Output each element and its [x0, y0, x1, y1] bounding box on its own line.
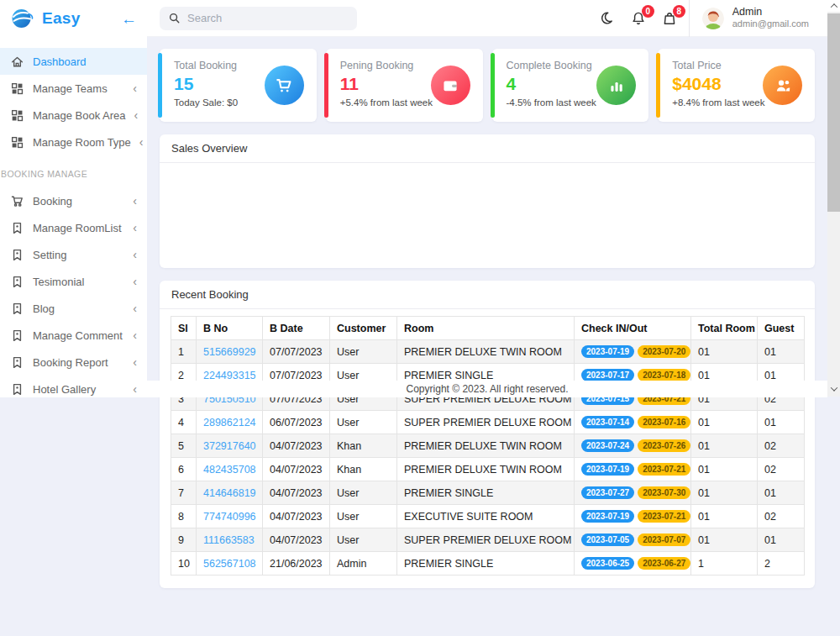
booking-number-link[interactable]: 372917640	[203, 440, 256, 452]
checkout-badge: 2023-07-16	[638, 416, 690, 428]
cell-sl: 10	[171, 552, 197, 576]
user-menu[interactable]: Admin admin@gmail.com	[701, 6, 809, 30]
cell-customer: User	[330, 481, 397, 505]
user-email: admin@gmail.com	[732, 18, 809, 30]
cell-bno: 289862124	[197, 411, 263, 434]
booking-number-link[interactable]: 224493315	[203, 370, 256, 381]
chevron-left-icon: ‹	[133, 81, 137, 95]
sidebar-item-booking-report[interactable]: Booking Report‹	[0, 349, 147, 376]
sidebar-item-dashboard[interactable]: Dashboard	[0, 48, 147, 75]
cell-total-room: 01	[691, 505, 758, 528]
scroll-down-button[interactable]	[827, 383, 840, 395]
cell-sl: 1	[171, 340, 197, 364]
sidebar-item-label: Manage Comment	[33, 329, 123, 342]
cell-customer: User	[330, 505, 397, 528]
checkout-badge: 2023-07-21	[638, 510, 690, 523]
cell-guest: 01	[758, 340, 805, 364]
dark-mode-button[interactable]	[600, 11, 615, 26]
scrollbar-thumb[interactable]	[827, 13, 840, 212]
cell-check-in-out: 2023-07-192023-07-20	[575, 340, 691, 364]
sidebar-item-manage-comment[interactable]: Manage Comment‹	[0, 322, 147, 349]
users-icon	[763, 66, 802, 105]
sidebar-item-blog[interactable]: Blog‹	[0, 295, 147, 322]
checkout-badge: 2023-07-20	[638, 345, 690, 358]
cell-bdate: 04/07/2023	[263, 505, 330, 528]
table-row: 537291764004/07/2023KhanPREMIER DELUXE T…	[171, 434, 805, 458]
sidebar-item-tesimonial[interactable]: Tesimonial‹	[0, 268, 147, 295]
topbar-icons: 0 8	[600, 11, 677, 26]
chevron-left-icon: ‹	[133, 194, 137, 208]
cell-bdate: 07/07/2023	[263, 340, 330, 364]
cell-check-in-out: 2023-07-242023-07-26	[575, 434, 691, 458]
cell-sl: 8	[171, 505, 197, 528]
stat-card-total-price: Total Price$4048+8.4% from last week	[658, 49, 815, 122]
notifications-button[interactable]: 0	[631, 11, 646, 26]
scroll-up-button[interactable]	[827, 0, 840, 12]
checkin-badge: 2023-07-17	[581, 369, 634, 381]
grid-icon	[10, 81, 24, 96]
cell-bno: 414646819	[197, 481, 263, 505]
recent-booking-panel: Recent Booking SlB NoB DateCustomerRoomC…	[160, 281, 815, 588]
search-input[interactable]	[187, 12, 349, 24]
table-header-row: SlB NoB DateCustomerRoomCheck IN/OutTota…	[171, 317, 805, 340]
booking-number-link[interactable]: 482435708	[203, 464, 256, 476]
cell-customer: Khan	[330, 458, 397, 481]
chevron-left-icon: ‹	[133, 329, 137, 342]
logo-row: Easy ←	[0, 0, 147, 37]
booking-number-link[interactable]: 774740996	[203, 511, 256, 523]
card-accent-stripe	[324, 53, 328, 118]
chevron-left-icon: ‹	[134, 108, 139, 122]
cell-customer: Khan	[330, 434, 397, 458]
cart-icon	[10, 194, 24, 208]
recent-booking-table: SlB NoB DateCustomerRoomCheck IN/OutTota…	[171, 316, 805, 576]
search-box[interactable]	[160, 7, 357, 30]
cell-total-room: 01	[691, 411, 758, 434]
cell-bno: 482435708	[197, 458, 263, 481]
bookmark-icon	[10, 302, 24, 316]
vertical-scrollbar[interactable]	[827, 0, 840, 397]
sales-chart-area	[160, 163, 815, 268]
booking-number-link[interactable]: 111663583	[203, 534, 255, 546]
sidebar-item-label: Manage RoomList	[33, 222, 122, 234]
cart-button[interactable]: 8	[662, 11, 677, 26]
cell-room: PREMIER DELUXE TWIN ROOM	[397, 340, 575, 364]
booking-number-link[interactable]: 414646819	[203, 487, 256, 499]
cell-room: PREMIER SINGLE	[397, 552, 575, 576]
cell-sl: 9	[171, 528, 197, 552]
moon-icon	[600, 11, 615, 26]
sidebar-collapse-button[interactable]: ←	[121, 11, 137, 27]
sidebar-item-setting[interactable]: Setting‹	[0, 241, 147, 268]
column-header-room: Room	[397, 317, 575, 340]
sidebar-item-hotel-gallery[interactable]: Hotel Gallery‹	[0, 376, 147, 402]
cell-guest: 2	[758, 552, 805, 576]
cell-bdate: 21/06/2023	[263, 552, 330, 576]
chevron-down-icon	[830, 384, 837, 391]
cell-bno: 372917640	[197, 434, 263, 458]
cell-bno: 774740996	[197, 505, 263, 528]
card-accent-stripe	[656, 53, 660, 118]
user-name: Admin	[732, 6, 809, 19]
sales-overview-panel: Sales Overview	[160, 134, 815, 268]
sidebar-item-booking[interactable]: Booking‹	[0, 187, 147, 214]
booking-number-link[interactable]: 562567108	[203, 558, 256, 570]
cell-sl: 4	[171, 411, 197, 434]
checkin-badge: 2023-07-19	[581, 510, 634, 523]
cell-guest: 02	[758, 434, 805, 458]
booking-number-link[interactable]: 515669929	[203, 346, 256, 358]
cell-total-room: 01	[691, 481, 758, 505]
cell-customer: User	[330, 411, 397, 434]
cell-bno: 111663583	[197, 528, 263, 552]
cell-guest: 01	[758, 411, 805, 434]
booking-number-link[interactable]: 289862124	[203, 417, 256, 428]
checkin-badge: 2023-07-19	[581, 345, 634, 358]
notification-count-badge: 0	[642, 5, 654, 18]
sidebar-item-manage-book-area[interactable]: Manage Book Area‹	[0, 102, 147, 129]
sidebar-item-manage-roomlist[interactable]: Manage RoomList‹	[0, 214, 147, 241]
checkin-badge: 2023-07-14	[581, 416, 634, 428]
brand-logo-icon	[10, 6, 35, 31]
cell-total-room: 1	[691, 552, 758, 576]
sidebar-item-manage-room-type[interactable]: Manage Room Type‹	[0, 129, 147, 155]
table-row: 151566992907/07/2023UserPREMIER DELUXE T…	[171, 340, 805, 364]
sidebar-item-manage-teams[interactable]: Manage Teams‹	[0, 75, 147, 102]
cell-total-room: 01	[691, 434, 758, 458]
